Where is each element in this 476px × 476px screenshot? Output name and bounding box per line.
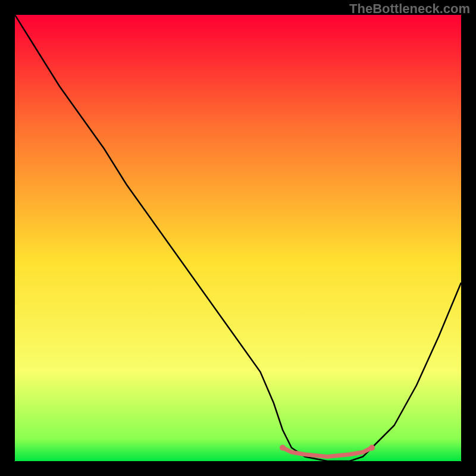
chart-svg <box>15 15 461 461</box>
chart-background <box>15 15 461 461</box>
watermark-text: TheBottleneck.com <box>349 1 470 17</box>
chart-frame <box>15 15 461 461</box>
band-start-dot <box>280 445 286 451</box>
band-end-dot <box>369 445 375 451</box>
